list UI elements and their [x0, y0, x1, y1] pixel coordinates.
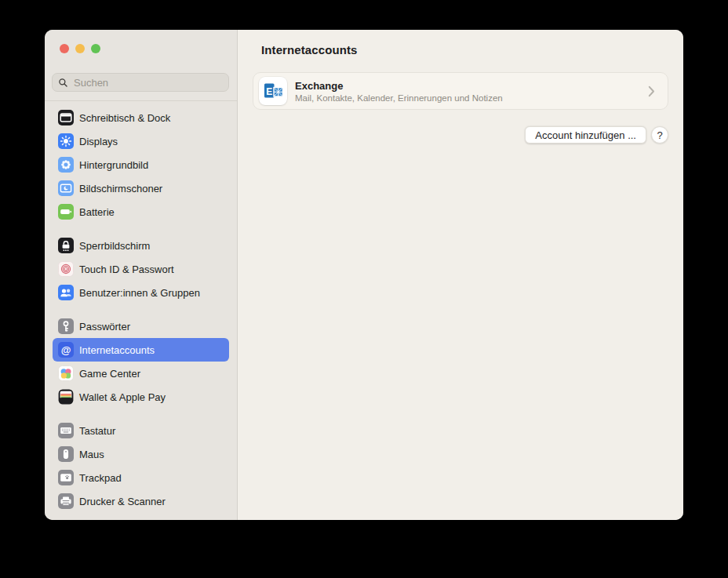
sidebar-item-label: Tastatur — [79, 425, 115, 437]
sidebar-item-drucker-scanner[interactable]: Drucker & Scanner — [53, 489, 229, 513]
printer-icon — [58, 493, 74, 509]
wallet-icon — [58, 389, 74, 405]
lock-screen-icon — [58, 238, 74, 253]
page-title: Internetaccounts — [261, 43, 357, 56]
sidebar-item-label: Passwörter — [79, 321, 130, 333]
sidebar-item-label: Maus — [79, 449, 104, 460]
sidebar-item-maus[interactable]: Maus — [53, 442, 229, 466]
minimize-button[interactable] — [75, 44, 85, 53]
add-account-button[interactable]: Account hinzufügen ... — [525, 126, 646, 144]
sidebar-item-label: Schreibtisch & Dock — [79, 112, 170, 124]
search-icon — [58, 78, 68, 88]
sidebar-item-label: Hintergrundbild — [79, 159, 148, 171]
sidebar-item-benutzer-gruppen[interactable]: Benutzer:innen & Gruppen — [53, 281, 229, 304]
sidebar-item-displays[interactable]: Displays — [53, 129, 229, 153]
zoom-button[interactable] — [91, 44, 100, 53]
account-description: Mail, Kontakte, Kalender, Erinnerungen u… — [295, 93, 503, 103]
sidebar-group-gap — [45, 409, 237, 419]
internet-accounts-at-icon: @ — [58, 342, 74, 358]
svg-text:E: E — [266, 86, 272, 97]
sidebar-item-label: Batterie — [79, 206, 115, 218]
sidebar-item-trackpad[interactable]: Trackpad — [53, 466, 229, 489]
sidebar-group-gap — [45, 224, 237, 234]
sidebar: Schreibtisch & Dock Displays Hintergrund… — [45, 30, 238, 520]
users-groups-icon — [58, 285, 74, 300]
system-settings-window: Schreibtisch & Dock Displays Hintergrund… — [45, 30, 683, 520]
sidebar-item-wallet-apple-pay[interactable]: Wallet & Apple Pay — [53, 385, 229, 409]
search-input[interactable] — [72, 76, 223, 89]
sidebar-item-label: Internetaccounts — [79, 344, 155, 356]
sidebar-item-label: Benutzer:innen & Gruppen — [79, 287, 200, 299]
sidebar-item-bildschirmschoner[interactable]: Bildschirmschoner — [53, 176, 229, 200]
desktop-background: Schreibtisch & Dock Displays Hintergrund… — [0, 0, 728, 578]
sidebar-item-batterie[interactable]: Batterie — [53, 200, 229, 224]
account-name: Exchange — [295, 80, 503, 92]
actions-row: Account hinzufügen ... ? — [525, 126, 668, 144]
sidebar-item-sperrbildschirm[interactable]: Sperrbildschirm — [53, 234, 229, 257]
sidebar-item-hintergrundbild[interactable]: Hintergrundbild — [53, 153, 229, 176]
account-row-exchange[interactable]: E Exchange Mail, Kontakte, Kalender, Eri… — [253, 72, 668, 110]
account-text: Exchange Mail, Kontakte, Kalender, Erinn… — [295, 80, 503, 103]
help-button[interactable]: ? — [651, 126, 668, 144]
sidebar-item-internetaccounts[interactable]: @ Internetaccounts — [53, 338, 229, 362]
sidebar-group-gap — [45, 304, 237, 314]
close-button[interactable] — [60, 44, 69, 53]
sidebar-item-tastatur[interactable]: Tastatur — [53, 419, 229, 442]
battery-icon — [58, 204, 74, 220]
passwords-key-icon — [58, 318, 74, 334]
sidebar-item-label: Displays — [79, 136, 118, 147]
sidebar-item-label: Drucker & Scanner — [79, 496, 166, 507]
sidebar-item-label: Game Center — [79, 368, 140, 380]
screensaver-icon — [58, 180, 74, 196]
sidebar-item-label: Trackpad — [79, 472, 122, 484]
keyboard-icon — [58, 423, 74, 438]
mouse-icon — [58, 446, 74, 462]
main-panel: Internetaccounts E Exchange Mail, — [238, 30, 683, 520]
sidebar-item-passwoerter[interactable]: Passwörter — [53, 314, 229, 338]
at-glyph: @ — [61, 345, 71, 355]
window-controls — [60, 44, 100, 53]
touch-id-icon — [58, 261, 74, 277]
desktop-dock-icon — [58, 110, 74, 125]
exchange-logo-icon: E — [259, 77, 287, 105]
sidebar-item-game-center[interactable]: Game Center — [53, 362, 229, 385]
chevron-right-icon — [648, 85, 655, 97]
sidebar-item-touch-id[interactable]: Touch ID & Passwort — [53, 257, 229, 281]
trackpad-icon — [58, 470, 74, 485]
displays-icon — [58, 133, 74, 149]
sidebar-item-label: Sperrbildschirm — [79, 240, 150, 252]
sidebar-divider — [45, 100, 237, 101]
sidebar-item-label: Wallet & Apple Pay — [79, 391, 166, 403]
sidebar-item-label: Touch ID & Passwort — [79, 264, 174, 275]
wallpaper-icon — [58, 157, 74, 173]
search-field[interactable] — [52, 73, 229, 92]
game-center-icon — [58, 365, 74, 381]
sidebar-item-label: Bildschirmschoner — [79, 183, 162, 194]
sidebar-item-schreibtisch-dock[interactable]: Schreibtisch & Dock — [53, 106, 229, 129]
sidebar-nav: Schreibtisch & Dock Displays Hintergrund… — [45, 106, 237, 513]
